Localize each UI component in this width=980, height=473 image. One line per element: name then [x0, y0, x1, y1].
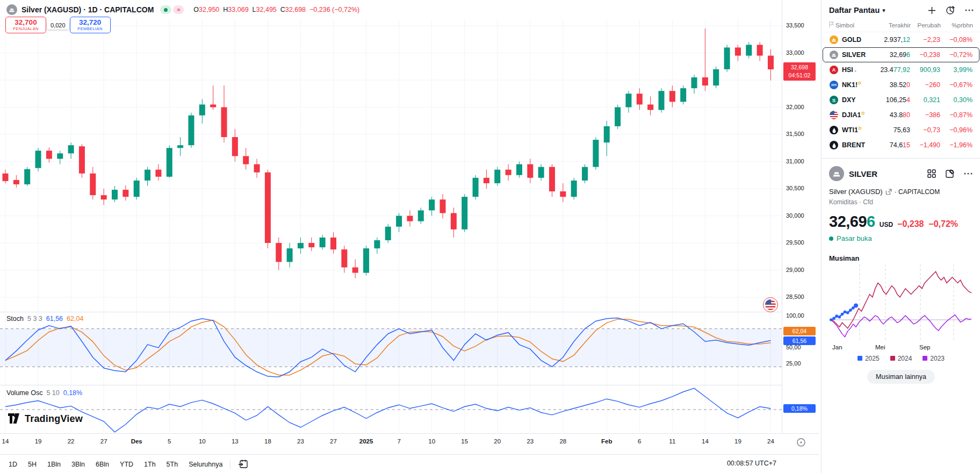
time-tick: 23: [289, 438, 312, 445]
watchlist-row-HSI[interactable]: AHSI●23.477,92900,933,99%: [823, 62, 979, 77]
time-axis[interactable]: 14192227Des51013182327202571015202328Feb…: [0, 433, 819, 451]
ohlc-values: O32,950 H33,069 L32,495 C32,698 −0,236 (…: [193, 6, 359, 13]
row-pct: −0,08%: [940, 36, 972, 44]
seasonal-more-button[interactable]: Musiman lainnya: [867, 370, 935, 384]
add-symbol-button[interactable]: [927, 6, 936, 15]
time-axis-settings-icon[interactable]: [796, 437, 806, 448]
pie-chart-edit-icon[interactable]: [946, 5, 955, 15]
watchlist-row-BRENT[interactable]: BRENT74,615−1,490−1,96%: [823, 138, 979, 153]
go-to-date-icon[interactable]: [238, 459, 248, 469]
pane-divider[interactable]: [0, 385, 819, 385]
range-button-3Bln[interactable]: 3Bln: [71, 461, 85, 468]
watchlist-row-SILVER[interactable]: SILVER32,696−0,238−0,72%: [823, 47, 979, 62]
range-button-1Th[interactable]: 1Th: [144, 461, 156, 468]
market-open-dot-icon: [829, 236, 833, 241]
external-link-icon[interactable]: [885, 189, 892, 195]
detail-type: Komiditas · Cfd: [829, 198, 973, 206]
watchlist-row-WTI1[interactable]: WTI1D75,63−0,73−0,96%: [823, 123, 979, 138]
legend-item-2025[interactable]: 2025: [857, 355, 880, 362]
scale-label: 25,00: [782, 360, 819, 367]
row-pct: −0,87%: [940, 111, 972, 119]
time-tick: 13: [223, 438, 247, 445]
spread-value: 0,020: [47, 21, 69, 30]
row-pct: −0,96%: [940, 126, 972, 134]
buy-button[interactable]: 32,720 PEMBELIAN: [70, 17, 111, 33]
time-tick: Feb: [595, 438, 618, 445]
range-button-1D[interactable]: 1D: [9, 461, 17, 468]
time-tick: 14: [0, 438, 17, 445]
open-value: 32,950: [199, 6, 219, 13]
stoch-d-value: 62,04: [67, 315, 83, 322]
tradingview-logo[interactable]: TradingView: [8, 413, 83, 425]
stoch-legend[interactable]: Stoch 5 3 3 61,56 62,04: [6, 315, 83, 322]
volume-osc-value: 0,18%: [63, 389, 82, 397]
range-button-6Bln[interactable]: 6Bln: [96, 461, 109, 468]
watchlist-row-NK1![interactable]: 225NK1!D38.520−260−0,67%: [823, 77, 979, 92]
scale-label: 29,000: [782, 267, 819, 273]
row-last: 2.937,12: [871, 36, 910, 44]
range-button-5H[interactable]: 5H: [28, 461, 37, 468]
row-symbol: HSI●: [842, 66, 856, 74]
economic-event-us-flag-icon[interactable]: [763, 297, 778, 312]
stoch-k-badge: 61,56: [783, 336, 816, 345]
col-pct[interactable]: %prbhn: [941, 22, 973, 28]
chart-legend: Silver (XAGUSD) · 1D · CAPITALCOM ≈ O32,…: [6, 4, 359, 15]
watchlist-row-DJIA1[interactable]: DJIA1D43.880−386−0,87%: [823, 108, 979, 123]
col-last[interactable]: Terakhir: [872, 22, 911, 28]
seasonal-chart[interactable]: Jan Mei Sep: [829, 264, 973, 352]
scale-label: 33,500: [782, 22, 819, 28]
row-last: 74,615: [871, 141, 910, 149]
edit-note-icon[interactable]: [945, 169, 955, 178]
time-tick: 15: [453, 438, 477, 445]
watchlist-row-GOLD[interactable]: GOLD2.937,12−2,23−0,08%: [823, 32, 979, 47]
col-change[interactable]: Perubah: [911, 22, 941, 28]
symbol-title[interactable]: Silver (XAGUSD) · 1D · CAPITALCOM: [21, 5, 154, 14]
chart-area[interactable]: Silver (XAGUSD) · 1D · CAPITALCOM ≈ O32,…: [0, 0, 819, 473]
price-chart-canvas[interactable]: [0, 0, 782, 433]
scale-label: 28,500: [782, 293, 819, 300]
col-symbol[interactable]: Simbol: [835, 22, 872, 28]
range-button-Seluruhnya[interactable]: Seluruhnya: [189, 461, 222, 468]
price-scale[interactable]: 33,50033,00032,00031,50031,00030,50030,0…: [782, 0, 819, 450]
watchlist-more-icon[interactable]: [964, 9, 974, 12]
detail-description[interactable]: Silver (XAGUSD): [829, 188, 883, 196]
row-pct: −0,72%: [940, 51, 972, 59]
volume-osc-legend[interactable]: Volume Osc 5 10 0,18%: [6, 389, 82, 397]
detail-more-icon[interactable]: [963, 172, 973, 175]
scale-label: 31,000: [782, 158, 819, 164]
clock[interactable]: 00:08:57 UTC+7: [727, 460, 776, 467]
watchlist-row-DXY[interactable]: SDXY106,2540,3210,30%: [823, 92, 979, 108]
row-pct: −0,67%: [940, 81, 972, 89]
delayed-badge: D: [859, 126, 862, 131]
pane-divider[interactable]: [0, 312, 819, 312]
row-last: 75,63: [871, 126, 910, 134]
legend-item-2024[interactable]: 2024: [890, 355, 912, 362]
range-button-5Th[interactable]: 5Th: [167, 461, 178, 468]
scale-label: 31,500: [782, 131, 819, 137]
symbol-detail: SILVER Silver (XAGUSD): [822, 159, 980, 384]
market-open-toggle[interactable]: [160, 5, 171, 14]
detail-symbol-name[interactable]: SILVER: [849, 169, 877, 178]
watchlist-columns: Simbol Terakhir Perubah %prbhn: [822, 19, 980, 32]
flag-column-icon[interactable]: [829, 22, 835, 28]
range-button-1Bln[interactable]: 1Bln: [47, 461, 61, 468]
row-change: 900,93: [910, 66, 940, 74]
detail-price: 32,696: [829, 213, 875, 231]
delayed-badge: D: [858, 81, 861, 85]
layout-grid-icon[interactable]: [927, 169, 936, 178]
date-range-buttons: 1D5H1Bln3Bln6BlnYTD1Th5ThSeluruhnya: [9, 461, 222, 468]
us-flag-icon: [830, 111, 838, 119]
high-value: 33,069: [228, 6, 248, 13]
time-tick: 28: [551, 438, 575, 445]
time-tick: 23: [518, 438, 542, 445]
green-dot-icon: [164, 8, 168, 12]
chevron-down-icon[interactable]: ▾: [882, 7, 885, 14]
range-button-YTD[interactable]: YTD: [120, 461, 133, 468]
close-value: 32,698: [285, 6, 306, 13]
sell-button[interactable]: 32,700 PENJUALAN: [5, 17, 46, 33]
approx-toggle[interactable]: ≈: [173, 5, 184, 14]
watchlist-title[interactable]: Daftar Pantau: [829, 6, 880, 15]
tradingview-mark-icon: [8, 413, 21, 425]
legend-item-2023[interactable]: 2023: [923, 355, 945, 362]
time-tick: 24: [759, 438, 783, 445]
